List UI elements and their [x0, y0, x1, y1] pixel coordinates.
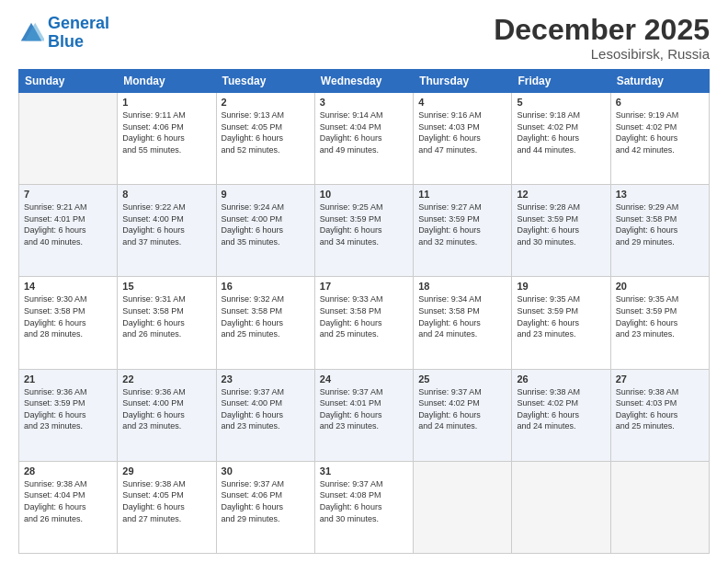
location: Lesosibirsk, Russia [494, 46, 710, 62]
day-number: 18 [418, 281, 506, 292]
day-details: Sunrise: 9:27 AMSunset: 3:59 PMDaylight:… [418, 201, 506, 247]
day-number: 29 [122, 465, 210, 477]
table-row: 14Sunrise: 9:30 AMSunset: 3:58 PMDayligh… [19, 277, 118, 369]
table-row: 4Sunrise: 9:16 AMSunset: 4:03 PMDaylight… [414, 93, 512, 185]
week-row-2: 14Sunrise: 9:30 AMSunset: 3:58 PMDayligh… [19, 277, 710, 369]
day-number: 19 [517, 281, 605, 292]
day-details: Sunrise: 9:18 AMSunset: 4:02 PMDaylight:… [517, 109, 605, 155]
header-saturday: Saturday [610, 70, 709, 93]
day-number: 26 [517, 373, 605, 385]
table-row: 17Sunrise: 9:33 AMSunset: 3:58 PMDayligh… [314, 277, 413, 369]
day-details: Sunrise: 9:36 AMSunset: 4:00 PMDaylight:… [122, 386, 210, 432]
top-section: General Blue December 2025 Lesosibirsk, … [18, 15, 710, 62]
table-row: 5Sunrise: 9:18 AMSunset: 4:02 PMDaylight… [512, 93, 610, 185]
day-number: 31 [320, 465, 408, 477]
table-row: 10Sunrise: 9:25 AMSunset: 3:59 PMDayligh… [314, 185, 413, 277]
table-row: 15Sunrise: 9:31 AMSunset: 3:58 PMDayligh… [118, 277, 216, 369]
day-details: Sunrise: 9:16 AMSunset: 4:03 PMDaylight:… [418, 109, 506, 155]
table-row: 3Sunrise: 9:14 AMSunset: 4:04 PMDaylight… [314, 93, 413, 185]
day-details: Sunrise: 9:29 AMSunset: 3:58 PMDaylight:… [616, 201, 704, 247]
day-details: Sunrise: 9:30 AMSunset: 3:58 PMDaylight:… [24, 293, 112, 339]
day-details: Sunrise: 9:28 AMSunset: 3:59 PMDaylight:… [517, 201, 605, 247]
day-details: Sunrise: 9:34 AMSunset: 3:58 PMDaylight:… [418, 293, 506, 339]
table-row: 11Sunrise: 9:27 AMSunset: 3:59 PMDayligh… [414, 185, 512, 277]
table-row: 6Sunrise: 9:19 AMSunset: 4:02 PMDaylight… [610, 93, 709, 185]
table-row: 31Sunrise: 9:37 AMSunset: 4:08 PMDayligh… [314, 461, 413, 553]
table-row [512, 461, 610, 553]
table-row [414, 461, 512, 553]
table-row: 30Sunrise: 9:37 AMSunset: 4:06 PMDayligh… [216, 461, 314, 553]
table-row: 7Sunrise: 9:21 AMSunset: 4:01 PMDaylight… [19, 185, 118, 277]
table-row [610, 461, 709, 553]
day-details: Sunrise: 9:38 AMSunset: 4:02 PMDaylight:… [517, 386, 605, 432]
table-row: 2Sunrise: 9:13 AMSunset: 4:05 PMDaylight… [216, 93, 314, 185]
table-row [19, 93, 118, 185]
day-number: 24 [320, 373, 408, 385]
day-number: 17 [320, 281, 408, 292]
table-row: 28Sunrise: 9:38 AMSunset: 4:04 PMDayligh… [19, 461, 118, 553]
week-row-4: 28Sunrise: 9:38 AMSunset: 4:04 PMDayligh… [19, 461, 710, 553]
day-details: Sunrise: 9:31 AMSunset: 3:58 PMDaylight:… [122, 293, 210, 339]
day-number: 7 [24, 189, 112, 200]
day-details: Sunrise: 9:37 AMSunset: 4:02 PMDaylight:… [418, 386, 506, 432]
day-number: 14 [24, 281, 112, 292]
logo-line2: Blue [48, 32, 84, 51]
title-section: December 2025 Lesosibirsk, Russia [494, 15, 710, 62]
day-details: Sunrise: 9:37 AMSunset: 4:01 PMDaylight:… [320, 386, 408, 432]
day-number: 11 [418, 189, 506, 200]
day-number: 27 [616, 373, 704, 385]
day-details: Sunrise: 9:36 AMSunset: 3:59 PMDaylight:… [24, 386, 112, 432]
day-number: 5 [517, 97, 605, 108]
header-thursday: Thursday [414, 70, 512, 93]
day-details: Sunrise: 9:38 AMSunset: 4:03 PMDaylight:… [616, 386, 704, 432]
day-details: Sunrise: 9:37 AMSunset: 4:06 PMDaylight:… [222, 478, 310, 524]
day-details: Sunrise: 9:25 AMSunset: 3:59 PMDaylight:… [320, 201, 408, 247]
week-row-1: 7Sunrise: 9:21 AMSunset: 4:01 PMDaylight… [19, 185, 710, 277]
table-row: 21Sunrise: 9:36 AMSunset: 3:59 PMDayligh… [19, 369, 118, 461]
table-row: 20Sunrise: 9:35 AMSunset: 3:59 PMDayligh… [610, 277, 709, 369]
day-number: 16 [222, 281, 310, 292]
table-row: 24Sunrise: 9:37 AMSunset: 4:01 PMDayligh… [314, 369, 413, 461]
day-details: Sunrise: 9:37 AMSunset: 4:00 PMDaylight:… [222, 386, 310, 432]
table-row: 12Sunrise: 9:28 AMSunset: 3:59 PMDayligh… [512, 185, 610, 277]
day-details: Sunrise: 9:11 AMSunset: 4:06 PMDaylight:… [122, 109, 210, 155]
day-details: Sunrise: 9:21 AMSunset: 4:01 PMDaylight:… [24, 201, 112, 247]
day-number: 28 [24, 465, 112, 477]
table-row: 29Sunrise: 9:38 AMSunset: 4:05 PMDayligh… [118, 461, 216, 553]
day-details: Sunrise: 9:32 AMSunset: 3:58 PMDaylight:… [222, 293, 310, 339]
day-details: Sunrise: 9:38 AMSunset: 4:04 PMDaylight:… [24, 478, 112, 524]
day-details: Sunrise: 9:14 AMSunset: 4:04 PMDaylight:… [320, 109, 408, 155]
table-row: 13Sunrise: 9:29 AMSunset: 3:58 PMDayligh… [610, 185, 709, 277]
day-number: 21 [24, 373, 112, 385]
day-number: 10 [320, 189, 408, 200]
header-row: Sunday Monday Tuesday Wednesday Thursday… [19, 70, 710, 93]
logo-text: General Blue [48, 15, 109, 52]
day-details: Sunrise: 9:33 AMSunset: 3:58 PMDaylight:… [320, 293, 408, 339]
day-number: 20 [616, 281, 704, 292]
day-details: Sunrise: 9:22 AMSunset: 4:00 PMDaylight:… [122, 201, 210, 247]
table-row: 1Sunrise: 9:11 AMSunset: 4:06 PMDaylight… [118, 93, 216, 185]
page: General Blue December 2025 Lesosibirsk, … [0, 0, 728, 563]
table-row: 25Sunrise: 9:37 AMSunset: 4:02 PMDayligh… [414, 369, 512, 461]
day-number: 9 [222, 189, 310, 200]
logo-line1: General [48, 14, 109, 32]
header-monday: Monday [118, 70, 216, 93]
day-number: 25 [418, 373, 506, 385]
day-number: 3 [320, 97, 408, 108]
day-details: Sunrise: 9:24 AMSunset: 4:00 PMDaylight:… [222, 201, 310, 247]
table-row: 8Sunrise: 9:22 AMSunset: 4:00 PMDaylight… [118, 185, 216, 277]
day-details: Sunrise: 9:19 AMSunset: 4:02 PMDaylight:… [616, 109, 704, 155]
day-number: 13 [616, 189, 704, 200]
day-details: Sunrise: 9:35 AMSunset: 3:59 PMDaylight:… [517, 293, 605, 339]
day-details: Sunrise: 9:37 AMSunset: 4:08 PMDaylight:… [320, 478, 408, 524]
day-number: 6 [616, 97, 704, 108]
table-row: 26Sunrise: 9:38 AMSunset: 4:02 PMDayligh… [512, 369, 610, 461]
header-sunday: Sunday [19, 70, 118, 93]
week-row-0: 1Sunrise: 9:11 AMSunset: 4:06 PMDaylight… [19, 93, 710, 185]
day-details: Sunrise: 9:38 AMSunset: 4:05 PMDaylight:… [122, 478, 210, 524]
table-row: 19Sunrise: 9:35 AMSunset: 3:59 PMDayligh… [512, 277, 610, 369]
day-number: 1 [122, 97, 210, 108]
day-details: Sunrise: 9:13 AMSunset: 4:05 PMDaylight:… [222, 109, 310, 155]
day-number: 4 [418, 97, 506, 108]
table-row: 16Sunrise: 9:32 AMSunset: 3:58 PMDayligh… [216, 277, 314, 369]
